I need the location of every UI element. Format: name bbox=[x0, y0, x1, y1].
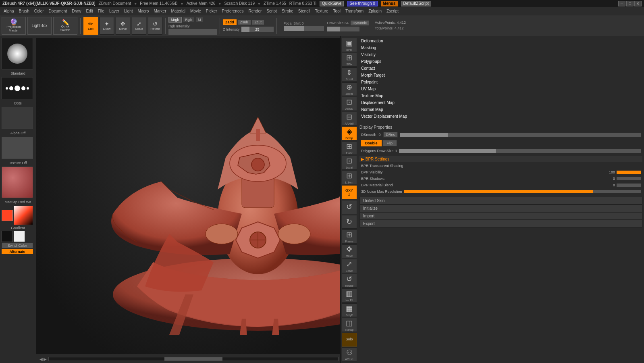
menu-texture[interactable]: Texture bbox=[313, 8, 330, 14]
menu-preferences[interactable]: Preferences bbox=[220, 8, 246, 14]
scale-button[interactable]: ⤢ Scale bbox=[132, 17, 146, 35]
see-through-button[interactable]: See-through 0 bbox=[347, 1, 377, 6]
visibility-section[interactable]: Visibility bbox=[359, 52, 642, 58]
uv-map-section[interactable]: UV Map bbox=[359, 86, 642, 92]
menu-picker[interactable]: Picker bbox=[204, 8, 219, 14]
menus-button[interactable]: Menus bbox=[381, 1, 398, 6]
default-script-button[interactable]: DefaultZScript bbox=[401, 1, 431, 6]
rgb-intensity-bar[interactable] bbox=[168, 29, 217, 35]
draw-size-bar[interactable] bbox=[327, 27, 359, 31]
matcap-preview[interactable] bbox=[2, 167, 33, 198]
scroll-track[interactable] bbox=[48, 357, 339, 361]
menu-stencil[interactable]: Stencil bbox=[296, 8, 312, 14]
displacement-map-section[interactable]: Displacement Map bbox=[359, 100, 642, 106]
foreground-color[interactable] bbox=[2, 210, 13, 221]
double-button[interactable]: Double bbox=[361, 140, 382, 146]
noise-bar[interactable] bbox=[404, 190, 641, 193]
persp-button[interactable]: ◈ Persp bbox=[342, 126, 357, 140]
quick-sketch-button[interactable]: ✏️ QuickSketch bbox=[53, 17, 77, 35]
brush-preview[interactable] bbox=[2, 38, 33, 69]
zoom-button[interactable]: ⊕ Zoom bbox=[342, 82, 357, 96]
rgb-button[interactable]: Rgb bbox=[183, 17, 195, 23]
polypaint-section[interactable]: Polypaint bbox=[359, 79, 642, 85]
mrgb-button[interactable]: Mrgb bbox=[168, 17, 182, 23]
masking-section[interactable]: Masking bbox=[359, 45, 642, 51]
dynamic-button[interactable]: Dynamic bbox=[350, 20, 369, 26]
bpr-visibility-bar[interactable] bbox=[617, 171, 641, 174]
spix-button[interactable]: ⊞ SPix bbox=[342, 53, 357, 67]
import-button[interactable]: Import bbox=[359, 212, 642, 220]
move-3d-button[interactable]: ✥ Move bbox=[342, 244, 357, 259]
focal-bar[interactable] bbox=[284, 26, 324, 31]
black-swatch[interactable] bbox=[2, 231, 13, 242]
lsym-button[interactable]: ⊞ L.Sym bbox=[342, 171, 357, 185]
bpr-blend-bar[interactable] bbox=[617, 184, 641, 187]
maximize-icon[interactable]: □ bbox=[626, 1, 634, 6]
zadd-button[interactable]: Zadd bbox=[223, 19, 237, 25]
ccw-rotate-button[interactable]: ↺ bbox=[342, 200, 357, 214]
lightbox-button[interactable]: LightBox bbox=[27, 17, 52, 35]
menu-zplugin[interactable]: Zplugin bbox=[366, 8, 384, 14]
quicksave-button[interactable]: QuickSave bbox=[320, 1, 344, 6]
export-button[interactable]: Export bbox=[359, 220, 642, 227]
menu-marker[interactable]: Marker bbox=[152, 8, 168, 14]
frame-button[interactable]: ⊞ Frame bbox=[342, 229, 357, 244]
menu-zscript[interactable]: Zscript bbox=[384, 8, 401, 14]
menu-alpha[interactable]: Alpha bbox=[2, 8, 16, 14]
bpr-settings-title[interactable]: ▶ BPR Settings bbox=[359, 156, 642, 162]
zsub-button[interactable]: Zsub bbox=[237, 19, 251, 25]
m-button[interactable]: M bbox=[195, 17, 204, 23]
minimize-icon[interactable]: ─ bbox=[618, 1, 625, 6]
menu-color[interactable]: Color bbox=[32, 8, 46, 14]
projection-master-button[interactable]: 🔮 ProjectionMaster bbox=[2, 17, 26, 35]
solo-sym-button[interactable]: Solo bbox=[342, 333, 357, 347]
vector-displacement-section[interactable]: Vector Displacement Map bbox=[359, 113, 642, 119]
canvas-area[interactable]: ◀ ▶ bbox=[36, 36, 340, 363]
move-button[interactable]: ✥ Move bbox=[116, 17, 130, 35]
edit-button[interactable]: ✏ Edit bbox=[83, 17, 98, 35]
menu-stroke[interactable]: Stroke bbox=[280, 8, 295, 14]
poly-draw-slider[interactable] bbox=[399, 149, 641, 153]
scale-3d-button[interactable]: ⤢ Scale bbox=[342, 259, 357, 273]
bpr-shadows-bar[interactable] bbox=[617, 177, 641, 180]
dres-slider[interactable] bbox=[400, 133, 641, 137]
texture-preview[interactable] bbox=[2, 137, 33, 159]
aahalf-button[interactable]: ⊟ AAHalf bbox=[342, 112, 357, 126]
menu-layer[interactable]: Layer bbox=[107, 8, 121, 14]
white-swatch[interactable] bbox=[14, 231, 25, 242]
deformation-section[interactable]: Deformation bbox=[359, 38, 642, 44]
close-icon[interactable]: ✕ bbox=[634, 1, 642, 6]
menu-macro[interactable]: Macro bbox=[136, 8, 151, 14]
menu-tool[interactable]: Tool bbox=[331, 8, 343, 14]
menu-transform[interactable]: Transform bbox=[343, 8, 366, 14]
normal-map-section[interactable]: Normal Map bbox=[359, 106, 642, 113]
inv-fil-button[interactable]: ▥ Inv Fil bbox=[342, 288, 357, 302]
local-button[interactable]: ⊡ Local bbox=[342, 156, 357, 170]
alpha-preview[interactable] bbox=[2, 107, 33, 129]
rotate-3d-button[interactable]: ↺ Rotate bbox=[342, 274, 357, 288]
dots-preview[interactable] bbox=[2, 77, 33, 99]
menu-movie[interactable]: Movie bbox=[188, 8, 203, 14]
zcut-button[interactable]: Zcut bbox=[252, 19, 265, 25]
color-gradient[interactable] bbox=[14, 206, 33, 225]
polyf-button[interactable]: ▦ PolyF bbox=[342, 303, 357, 317]
flip-button[interactable]: Flip bbox=[382, 140, 397, 146]
menu-edit[interactable]: Edit bbox=[84, 8, 95, 14]
actual-button[interactable]: ⊡ Actual bbox=[342, 97, 357, 111]
initialize-button[interactable]: Initialize bbox=[359, 204, 642, 212]
switch-color-button[interactable]: SwitchColor bbox=[2, 243, 33, 248]
menu-document[interactable]: Document bbox=[47, 8, 69, 14]
rotate-button[interactable]: ↺ Rotate bbox=[148, 17, 162, 35]
menu-brush[interactable]: Brush bbox=[17, 8, 31, 14]
polygroups-section[interactable]: Polygroups bbox=[359, 58, 642, 65]
menu-draw[interactable]: Draw bbox=[70, 8, 83, 14]
scroll-button[interactable]: ⇕ Scroll bbox=[342, 67, 357, 81]
z-intensity-bar[interactable]: 25 bbox=[241, 27, 274, 32]
nav-left-icon[interactable]: ◀ bbox=[39, 357, 43, 361]
draw-button[interactable]: ✦ Draw bbox=[100, 17, 114, 35]
transp-button[interactable]: ◫ Transp bbox=[342, 318, 357, 332]
cw-rotate-button[interactable]: ↻ bbox=[342, 215, 357, 229]
gxyz-button[interactable]: GXY Z bbox=[342, 185, 357, 199]
apose-button[interactable]: ⚇ APose bbox=[342, 347, 357, 361]
menu-material[interactable]: Material bbox=[169, 8, 188, 14]
